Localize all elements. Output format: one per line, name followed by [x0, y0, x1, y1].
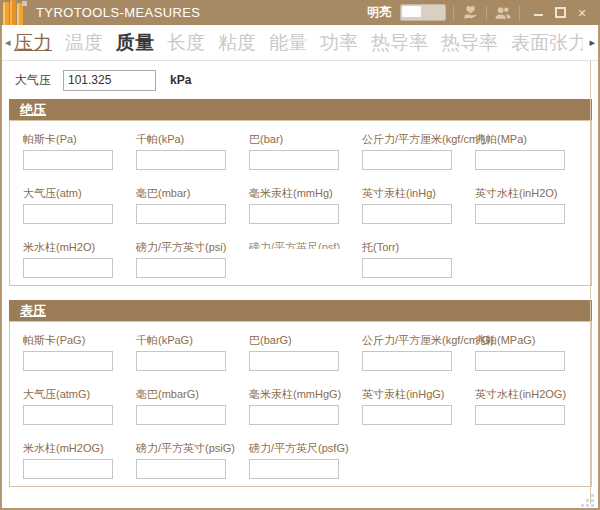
unit-input-mh2og[interactable] [23, 459, 113, 479]
field-label-psfg: 磅力/平方英尺(psfG) [249, 442, 362, 455]
tab-能量[interactable]: 能量 [269, 25, 307, 60]
section-title: 绝压 [9, 99, 592, 120]
unit-input-kgfcmg[interactable] [362, 351, 452, 371]
unit-input-pa[interactable] [23, 150, 113, 170]
app-window: TYROTOOLS-MEASURES 明亮 ✕ [0, 0, 600, 510]
field-label-kpa: 千帕(kPa) [136, 133, 249, 146]
field-label-mmhg: 毫米汞柱(mmHg) [249, 187, 362, 200]
unit-input-mpag[interactable] [475, 351, 565, 371]
unit-input-atm[interactable] [23, 204, 113, 224]
field-mbar: 毫巴(mbar) [136, 187, 249, 224]
field-atmg: 大气压(atmG) [23, 388, 136, 425]
field-kpa: 千帕(kPa) [136, 133, 249, 170]
minimize-icon [534, 14, 543, 16]
tab-strip: 压力温度质量长度粘度能量功率热导率热导率表面张力 [14, 25, 583, 60]
tab-压力[interactable]: 压力 [14, 25, 52, 60]
field-label-pag: 帕斯卡(PaG) [23, 334, 136, 347]
unit-input-psfg[interactable] [249, 459, 339, 479]
app-columns-icon [0, 0, 27, 25]
field-mmhgg: 毫米汞柱(mmHgG) [249, 388, 362, 425]
section-title: 表压 [9, 300, 592, 321]
unit-input-atmg[interactable] [23, 405, 113, 425]
field-kgfcm: 公斤力/平方厘米(kgf/cm²) [362, 133, 475, 170]
field-inhg: 英寸汞柱(inHg) [362, 187, 475, 224]
field-label-inh2o: 英寸水柱(inH2O) [475, 187, 588, 200]
field-pa: 帕斯卡(Pa) [23, 133, 136, 170]
unit-input-mmhgg[interactable] [249, 405, 339, 425]
field-inh2o: 英寸水柱(inH2O) [475, 187, 588, 224]
field-pag: 帕斯卡(PaG) [23, 334, 136, 371]
users-icon[interactable] [494, 4, 512, 22]
field-label-inhgg: 英寸汞柱(inHgG) [362, 388, 475, 401]
tab-bar: ◂ 压力温度质量长度粘度能量功率热导率热导率表面张力 ▸ [2, 25, 598, 61]
tab-热导率[interactable]: 热导率 [371, 25, 428, 60]
field-label-psig: 磅力/平方英寸(psiG) [136, 442, 249, 455]
maximize-button[interactable] [552, 4, 568, 22]
tab-粘度[interactable]: 粘度 [218, 25, 256, 60]
unit-input-kpag[interactable] [136, 351, 226, 371]
field-label-barg: 巴(barG) [249, 334, 362, 347]
tab-热导率[interactable]: 热导率 [441, 25, 498, 60]
unit-input-bar[interactable] [249, 150, 339, 170]
maximize-icon [555, 7, 566, 18]
unit-input-mh2o[interactable] [23, 258, 113, 278]
field-label-kpag: 千帕(kPaG) [136, 334, 249, 347]
window-title: TYROTOOLS-MEASURES [36, 5, 200, 20]
field-mpa: 兆帕(MPa) [475, 133, 588, 170]
field-atm: 大气压(atm) [23, 187, 136, 224]
tab-表面张力[interactable]: 表面张力 [511, 25, 583, 60]
section-panel: 帕斯卡(PaG)千帕(kPaG)巴(barG)公斤力/平方厘米(kgf/cm²G… [9, 321, 592, 487]
field-psi: 磅力/平方英寸(psi) [136, 241, 249, 278]
field-mh2og: 米水柱(mH2OG) [23, 442, 136, 479]
unit-input-mmhg[interactable] [249, 204, 339, 224]
titlebar-separator [519, 6, 520, 20]
theme-toggle[interactable] [400, 4, 446, 21]
field-label-mh2og: 米水柱(mH2OG) [23, 442, 136, 455]
unit-input-kgfcm[interactable] [362, 150, 452, 170]
tab-温度[interactable]: 温度 [65, 25, 103, 60]
resize-grip[interactable] [578, 491, 594, 507]
atmospheric-pressure-input[interactable] [63, 70, 156, 91]
field-label-psf: 磅力/平方英尺(psf) [249, 241, 362, 249]
titlebar-separator [453, 6, 454, 20]
converter-label: 大气压 [15, 72, 51, 89]
unit-input-psig[interactable] [136, 459, 226, 479]
unit-input-barg[interactable] [249, 351, 339, 371]
close-icon: ✕ [577, 4, 586, 22]
unit-input-torr[interactable] [362, 258, 452, 278]
field-torr: 托(Torr) [362, 241, 475, 278]
converter-row: 大气压 kPa [2, 61, 598, 99]
field-label-mpag: 兆帕(MPaG) [475, 334, 588, 347]
minimize-button[interactable] [530, 4, 546, 22]
unit-input-kpa[interactable] [136, 150, 226, 170]
field-label-inhg: 英寸汞柱(inHg) [362, 187, 475, 200]
unit-input-inhgg[interactable] [362, 405, 452, 425]
unit-input-inhg[interactable] [362, 204, 452, 224]
titlebar-separator [486, 6, 487, 20]
toggle-knob [402, 6, 421, 17]
tab-质量[interactable]: 质量 [116, 25, 154, 60]
field-psfg: 磅力/平方英尺(psfG) [249, 442, 362, 479]
unit-input-pag[interactable] [23, 351, 113, 371]
section-panel: 帕斯卡(Pa)千帕(kPa)巴(bar)公斤力/平方厘米(kgf/cm²)兆帕(… [9, 120, 592, 286]
field-label-mbar: 毫巴(mbar) [136, 187, 249, 200]
field-label-mpa: 兆帕(MPa) [475, 133, 588, 146]
tab-功率[interactable]: 功率 [320, 25, 358, 60]
unit-input-mpa[interactable] [475, 150, 565, 170]
hand-heart-icon[interactable] [461, 4, 479, 22]
field-label-atm: 大气压(atm) [23, 187, 136, 200]
field-label-bar: 巴(bar) [249, 133, 362, 146]
close-button[interactable]: ✕ [574, 4, 590, 22]
unit-input-inh2og[interactable] [475, 405, 565, 425]
tab-长度[interactable]: 长度 [167, 25, 205, 60]
field-inh2og: 英寸水柱(inH2OG) [475, 388, 588, 425]
unit-input-inh2o[interactable] [475, 204, 565, 224]
unit-input-psi[interactable] [136, 258, 226, 278]
field-mmhg: 毫米汞柱(mmHg) [249, 187, 362, 224]
unit-input-mbarg[interactable] [136, 405, 226, 425]
tab-scroll-right-icon[interactable]: ▸ [589, 25, 595, 60]
tab-scroll-left-icon[interactable]: ◂ [5, 25, 11, 60]
section-绝压: 绝压帕斯卡(Pa)千帕(kPa)巴(bar)公斤力/平方厘米(kgf/cm²)兆… [2, 99, 598, 286]
unit-input-mbar[interactable] [136, 204, 226, 224]
field-mbarg: 毫巴(mbarG) [136, 388, 249, 425]
